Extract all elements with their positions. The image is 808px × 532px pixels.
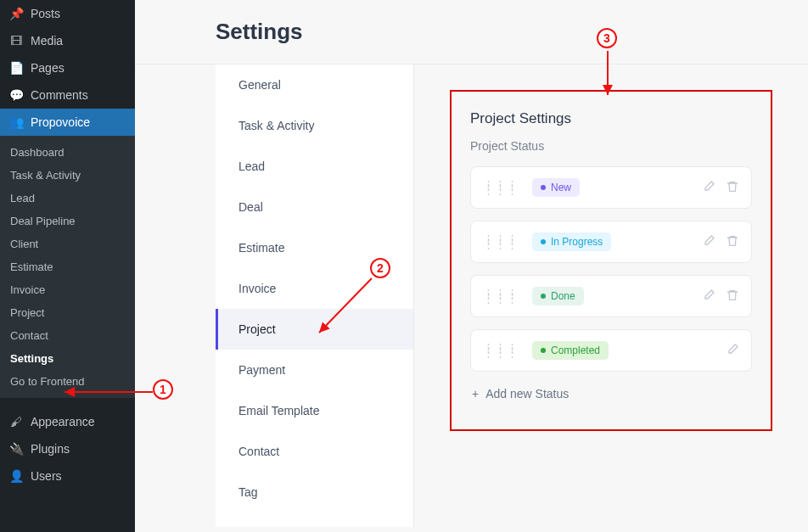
edit-icon[interactable] xyxy=(702,180,715,196)
page-title: Settings xyxy=(135,0,808,64)
settings-tab-contact[interactable]: Contact xyxy=(216,431,413,472)
annotation-3: 3 xyxy=(597,28,617,48)
media-icon: 🎞 xyxy=(8,34,24,48)
comment-icon: 💬 xyxy=(8,88,24,102)
settings-tab-deal[interactable]: Deal xyxy=(216,187,413,227)
status-label: Done xyxy=(551,290,575,302)
wp-menu-label: Propovoice xyxy=(31,115,90,129)
wp-menu-label: Users xyxy=(31,469,62,483)
add-status-label: Add new Status xyxy=(485,387,569,400)
wp-menu-posts[interactable]: 📌Posts xyxy=(0,0,135,27)
plus-icon: + xyxy=(472,387,479,400)
wp-menu-propovoice[interactable]: 👥Propovoice xyxy=(0,109,135,136)
wp-menu-label: Pages xyxy=(31,61,65,75)
status-row: ⋮⋮⋮⋮⋮⋮In Progress xyxy=(470,221,752,263)
submenu-contact[interactable]: Contact xyxy=(0,324,135,347)
pin-icon: 📌 xyxy=(8,7,24,20)
edit-icon[interactable] xyxy=(702,288,715,305)
wp-menu-pages[interactable]: 📄Pages xyxy=(0,54,135,81)
wp-menu-label: Plugins xyxy=(31,442,70,456)
wp-menu-label: Posts xyxy=(31,7,60,20)
settings-tab-general[interactable]: General xyxy=(216,64,413,105)
drag-handle-icon[interactable]: ⋮⋮⋮⋮⋮⋮ xyxy=(483,291,519,301)
submenu-invoice[interactable]: Invoice xyxy=(0,278,135,301)
wp-menu-media[interactable]: 🎞Media xyxy=(0,27,135,54)
edit-icon[interactable] xyxy=(702,234,715,250)
status-row: ⋮⋮⋮⋮⋮⋮Completed xyxy=(470,329,752,372)
delete-icon[interactable] xyxy=(726,234,739,250)
annotation-2: 2 xyxy=(370,258,390,278)
user-icon: 👤 xyxy=(8,469,24,483)
wp-menu-appearance[interactable]: 🖌Appearance xyxy=(0,408,135,435)
settings-tab-lead[interactable]: Lead xyxy=(216,146,413,187)
delete-icon[interactable] xyxy=(726,288,739,305)
submenu-go-to-frontend[interactable]: Go to Frontend xyxy=(0,370,135,393)
submenu-client[interactable]: Client xyxy=(0,232,135,255)
wp-menu-comments[interactable]: 💬Comments xyxy=(0,81,135,109)
settings-nav: GeneralTask & ActivityLeadDealEstimateIn… xyxy=(216,64,414,527)
submenu-lead[interactable]: Lead xyxy=(0,187,135,210)
wp-menu-users[interactable]: 👤Users xyxy=(0,462,135,490)
settings-panel: Project Settings Project Status ⋮⋮⋮⋮⋮⋮Ne… xyxy=(414,64,808,527)
status-badge: New xyxy=(532,178,580,197)
status-dot-icon xyxy=(541,185,546,190)
status-badge: Done xyxy=(532,287,584,305)
status-row: ⋮⋮⋮⋮⋮⋮New xyxy=(470,166,752,209)
wp-menu-label: Appearance xyxy=(31,415,95,428)
status-badge: In Progress xyxy=(532,232,611,251)
status-badge: Completed xyxy=(532,341,609,360)
submenu-project[interactable]: Project xyxy=(0,301,135,324)
status-dot-icon xyxy=(541,294,546,299)
panel-title: Project Settings xyxy=(470,110,752,127)
plug-icon: 🔌 xyxy=(8,442,24,456)
status-row: ⋮⋮⋮⋮⋮⋮Done xyxy=(470,275,752,317)
drag-handle-icon[interactable]: ⋮⋮⋮⋮⋮⋮ xyxy=(483,237,519,247)
drag-handle-icon[interactable]: ⋮⋮⋮⋮⋮⋮ xyxy=(483,182,519,193)
status-dot-icon xyxy=(541,348,546,353)
settings-tab-project[interactable]: Project xyxy=(216,309,413,350)
status-dot-icon xyxy=(541,239,546,244)
annotation-1: 1 xyxy=(153,379,173,400)
submenu-settings[interactable]: Settings xyxy=(0,347,135,370)
panel-subtitle: Project Status xyxy=(470,139,752,153)
settings-tab-payment[interactable]: Payment xyxy=(216,350,413,390)
wp-menu-label: Comments xyxy=(31,88,88,102)
propovoice-submenu: DashboardTask & ActivityLeadDeal Pipelin… xyxy=(0,136,135,398)
submenu-dashboard[interactable]: Dashboard xyxy=(0,141,135,164)
brush-icon: 🖌 xyxy=(8,415,24,428)
wp-menu-label: Media xyxy=(31,34,63,48)
settings-tab-email-template[interactable]: Email Template xyxy=(216,390,413,431)
project-settings-outline: Project Settings Project Status ⋮⋮⋮⋮⋮⋮Ne… xyxy=(450,90,772,431)
status-label: In Progress xyxy=(551,236,603,248)
status-label: Completed xyxy=(551,344,600,356)
submenu-estimate[interactable]: Estimate xyxy=(0,255,135,278)
settings-tab-task-activity[interactable]: Task & Activity xyxy=(216,105,413,146)
drag-handle-icon[interactable]: ⋮⋮⋮⋮⋮⋮ xyxy=(483,345,519,356)
edit-icon[interactable] xyxy=(726,343,739,359)
main-content: Settings GeneralTask & ActivityLeadDealE… xyxy=(135,0,808,532)
delete-icon[interactable] xyxy=(726,180,739,196)
group-icon: 👥 xyxy=(8,115,24,129)
submenu-deal-pipeline[interactable]: Deal Pipeline xyxy=(0,210,135,232)
submenu-task-activity[interactable]: Task & Activity xyxy=(0,164,135,187)
pages-icon: 📄 xyxy=(8,61,24,75)
settings-tab-tag[interactable]: Tag xyxy=(216,472,413,512)
wp-admin-sidebar: 📌Posts🎞Media📄Pages💬Comments👥Propovoice D… xyxy=(0,0,135,532)
add-status-button[interactable]: + Add new Status xyxy=(470,384,570,404)
wp-menu-plugins[interactable]: 🔌Plugins xyxy=(0,435,135,462)
status-label: New xyxy=(551,182,571,193)
